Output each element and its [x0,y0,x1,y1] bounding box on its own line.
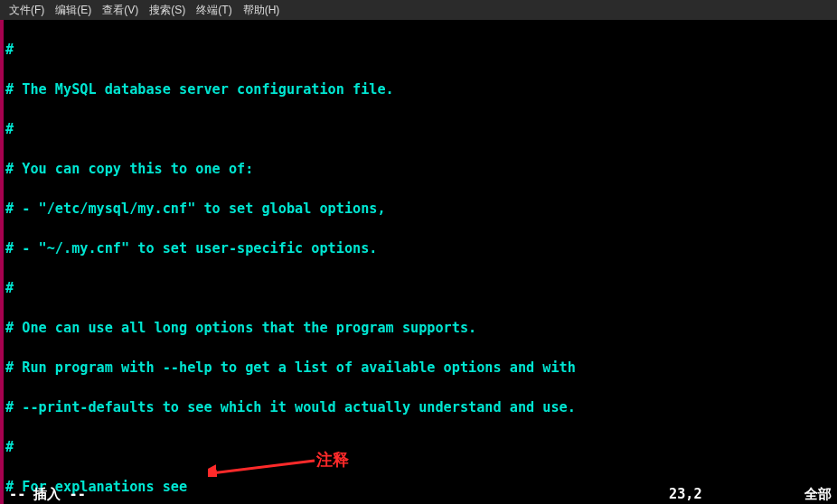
editor-line: # - "~/.my.cnf" to set user-specific opt… [5,238,835,258]
menu-file[interactable]: 文件(F) [5,0,48,20]
status-position: 23,2 [669,484,777,504]
menu-search[interactable]: 搜索(S) [146,0,189,20]
editor-line: # [5,278,835,298]
editor-line: # You can copy this to one of: [5,159,835,179]
editor-line: # [5,119,835,139]
menu-help[interactable]: 帮助(H) [240,0,284,20]
menu-bar: 文件(F) 编辑(E) 查看(V) 搜索(S) 终端(T) 帮助(H) [0,0,837,20]
editor-line: # The MySQL database server configuratio… [5,79,835,99]
editor-line: # --print-defaults to see which it would… [5,397,835,417]
status-bar: -- 插入 -- 23,2 全部 [4,484,837,504]
annotation-text: 注释 [316,451,349,469]
editor-line: # One can use all long options that the … [5,318,835,338]
menu-edit[interactable]: 编辑(E) [52,0,95,20]
status-mode: -- 插入 -- [9,484,669,504]
editor-area[interactable]: # # The MySQL database server configurat… [4,20,837,484]
editor-line: # Run program with --help to get a list … [5,358,835,378]
editor-line: # [5,437,835,457]
status-scroll: 全部 [777,484,832,504]
editor-line: # - "/etc/mysql/my.cnf" to set global op… [5,199,835,219]
menu-term[interactable]: 终端(T) [193,0,235,20]
editor-line: # [5,40,835,60]
annotation-label: 注释 [316,450,349,471]
menu-view[interactable]: 查看(V) [99,0,142,20]
